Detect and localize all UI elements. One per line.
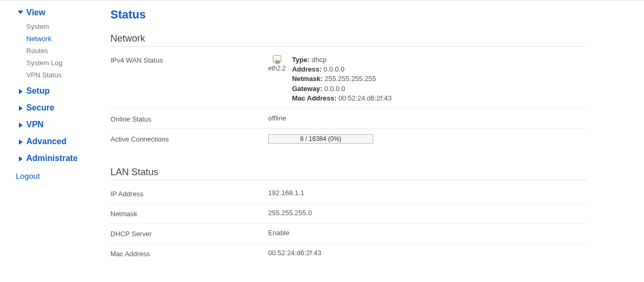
chevron-down-icon [15, 11, 26, 15]
section-network-heading: Network [110, 33, 586, 47]
connections-progress: 8 / 16384 (0%) [268, 134, 373, 144]
nav-section-secure: Secure [15, 101, 100, 115]
wan-gateway: 0.0.0.0 [324, 85, 345, 93]
row-lan-ip: IP Address 192.168.1.1 [110, 184, 586, 204]
sidebar-item-system-log[interactable]: System Log [26, 57, 100, 69]
chevron-right-icon [15, 139, 26, 145]
wan-type-label: Type: [292, 56, 310, 64]
value-ipv4-wan: eth2.2 Type: dhcp Address: 0.0.0.0 Netma… [268, 55, 586, 103]
wan-netmask-label: Netmask: [292, 75, 323, 83]
wan-gateway-label: Gateway: [292, 85, 322, 93]
chevron-right-icon [15, 156, 26, 162]
wan-mac: 00:52:24:d6:2f:43 [339, 94, 392, 102]
network-interface-icon [273, 55, 281, 63]
wan-details: Type: dhcp Address: 0.0.0.0 Netmask: 255… [292, 55, 392, 103]
nav-sub-view: System Network Routes System Log VPN Sta… [15, 21, 100, 81]
label-ipv4-wan: IPv4 WAN Status [110, 55, 268, 64]
nav-label-vpn: VPN [26, 120, 44, 129]
wan-mac-label: Mac Address: [292, 94, 336, 102]
value-lan-mac: 00:52:24:d6:2f:43 [268, 249, 586, 258]
row-active-connections: Active Connections 8 / 16384 (0%) [110, 129, 586, 149]
page-title: Status [110, 8, 586, 22]
row-lan-dhcp: DHCP Server Enable [110, 224, 586, 244]
chevron-right-icon [15, 106, 26, 111]
sidebar: View System Network Routes System Log VP… [0, 1, 100, 279]
wan-address: 0.0.0.0 [323, 65, 344, 73]
content: Status Network IPv4 WAN Status eth2.2 Ty… [100, 1, 644, 279]
sidebar-item-routes[interactable]: Routes [26, 45, 100, 57]
nav-header-setup[interactable]: Setup [15, 84, 100, 98]
value-active-connections: 8 / 16384 (0%) [268, 134, 586, 144]
wan-interface-name: eth2.2 [268, 65, 285, 72]
wan-interface: eth2.2 [268, 55, 285, 72]
value-lan-ip: 192.168.1.1 [268, 189, 586, 198]
nav-header-vpn[interactable]: VPN [15, 118, 100, 132]
logout-link[interactable]: Logout [15, 168, 100, 180]
chevron-right-icon [15, 89, 26, 94]
nav-section-setup: Setup [15, 84, 100, 98]
wan-address-label: Address: [292, 65, 321, 73]
label-lan-mac: Mac Address [110, 249, 268, 258]
label-lan-dhcp: DHCP Server [110, 229, 268, 238]
label-active-connections: Active Connections [110, 134, 268, 144]
value-online-status: offline [268, 114, 586, 123]
nav-label-view: View [26, 8, 45, 17]
nav-section-advanced: Advanced [15, 135, 100, 148]
nav-section-vpn: VPN [15, 118, 100, 132]
nav-section-view: View System Network Routes System Log VP… [15, 6, 100, 81]
wan-type: dhcp [312, 56, 326, 64]
nav-label-setup: Setup [26, 86, 49, 96]
value-lan-dhcp: Enable [268, 229, 586, 238]
nav-header-advanced[interactable]: Advanced [15, 135, 100, 148]
row-lan-mac: Mac Address 00:52:24:d6:2f:43 [110, 244, 586, 263]
section-lan-heading: LAN Status [110, 167, 586, 180]
wan-box: eth2.2 Type: dhcp Address: 0.0.0.0 Netma… [268, 55, 586, 103]
nav-label-administrate: Administrate [26, 154, 78, 163]
row-ipv4-wan: IPv4 WAN Status eth2.2 Type: dhcp Addres… [110, 50, 586, 109]
nav-header-secure[interactable]: Secure [15, 101, 100, 115]
sidebar-item-vpn-status[interactable]: VPN Status [26, 69, 100, 81]
nav-section-administrate: Administrate [15, 152, 100, 165]
nav-label-secure: Secure [26, 103, 54, 113]
chevron-right-icon [15, 123, 26, 128]
connections-progress-text: 8 / 16384 (0%) [269, 135, 373, 143]
row-online-status: Online Status offline [110, 109, 586, 129]
label-lan-ip: IP Address [110, 189, 268, 198]
sidebar-item-system[interactable]: System [26, 21, 100, 33]
nav-header-view[interactable]: View [15, 6, 100, 19]
sidebar-item-network[interactable]: Network [26, 33, 100, 45]
row-lan-netmask: Netmask 255.255.255.0 [110, 204, 586, 224]
wan-netmask: 255.255.255.255 [325, 75, 376, 83]
nav-header-administrate[interactable]: Administrate [15, 152, 100, 165]
nav-label-advanced: Advanced [26, 137, 66, 146]
label-online-status: Online Status [110, 114, 268, 123]
label-lan-netmask: Netmask [110, 209, 268, 218]
value-lan-netmask: 255.255.255.0 [268, 209, 586, 218]
